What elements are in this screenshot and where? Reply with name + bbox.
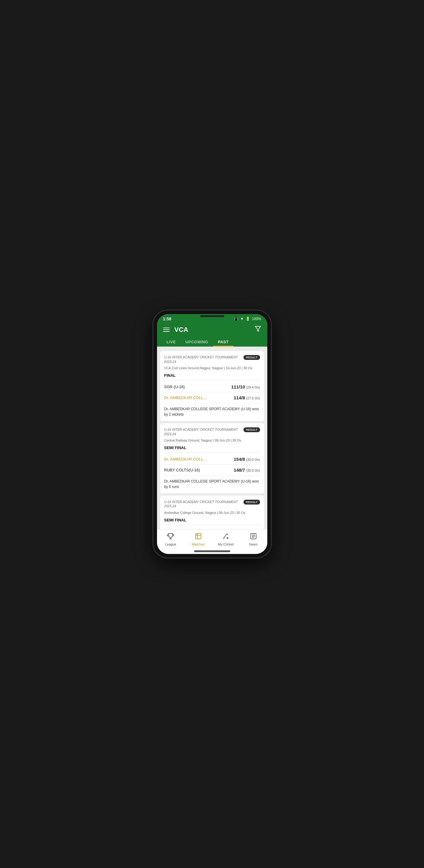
tab-live[interactable]: LIVE — [162, 337, 181, 347]
tab-past[interactable]: PAST — [213, 337, 234, 347]
tab-bar: LIVE UPCOMING PAST — [157, 337, 267, 347]
nav-league-label: League — [165, 542, 176, 546]
app-header: VCA — [157, 322, 267, 337]
team-row-1a: SGR (U-16) 111/10 (29.4 Ov) — [164, 383, 260, 391]
app-title: VCA — [175, 326, 188, 334]
home-indicator-bar — [157, 549, 267, 554]
vibrate-icon: 📳 — [234, 317, 238, 321]
match-list: U-16 INTER ACADEMY CRICKET TOURNAMENT 20… — [157, 347, 267, 529]
news-icon — [250, 532, 257, 541]
wifi-icon: ▼ — [240, 317, 244, 321]
tournament-name-2: U-16 INTER ACADEMY CRICKET TOURNAMENT 20… — [164, 427, 241, 436]
team-name-1a: SGR (U-16) — [164, 384, 185, 389]
svg-point-7 — [227, 537, 228, 538]
card-header-3: U-16 INTER ACADEMY CRICKET TOURNAMENT 20… — [164, 500, 260, 508]
menu-button[interactable] — [163, 328, 170, 332]
status-icons: 📳 ▼ 🔋 100% — [234, 317, 261, 321]
team-row-2a: Dr. AMBEDKAR COLL... 154/8 (30.0 Ov) — [164, 455, 260, 463]
nav-matches[interactable]: Matches — [184, 530, 212, 549]
phone-screen: 1:58 📳 ▼ 🔋 100% VCA — [157, 314, 267, 554]
team-score-1a: 111/10 (29.4 Ov) — [231, 384, 260, 390]
svg-marker-0 — [255, 327, 261, 332]
nav-news[interactable]: News — [240, 530, 267, 549]
match-card-2[interactable]: U-16 INTER ACADEMY CRICKET TOURNAMENT 20… — [160, 423, 264, 494]
home-indicator — [194, 550, 230, 552]
match-type-3: SEMI FINAL — [164, 518, 260, 525]
nav-mycricket-label: My Cricket — [218, 542, 234, 546]
matches-icon — [195, 532, 202, 541]
result-badge-2: RESULT — [243, 427, 260, 432]
filter-button[interactable] — [255, 326, 261, 334]
tab-upcoming[interactable]: UPCOMING — [181, 337, 213, 347]
venue-info-1: VCA Civil Lines Ground,Nagpur, Nagpur | … — [164, 366, 260, 371]
team-score-2a: 154/8 (30.0 Ov) — [234, 457, 260, 462]
battery-percent: 100% — [252, 317, 261, 321]
battery-icon: 🔋 — [246, 317, 250, 321]
nav-league[interactable]: League — [157, 530, 185, 549]
team-score-2b: 148/7 (30.0 Ov) — [234, 467, 260, 472]
result-text-1: Dr. AMBEDKAR COLLEGE SPORT ACADEMY (U-16… — [164, 406, 260, 417]
header-left: VCA — [163, 326, 188, 334]
match-type-1: FINAL — [164, 373, 260, 380]
venue-info-3: Ambedkar College Ground, Nagpur | 09-Jun… — [164, 510, 260, 516]
league-icon — [167, 532, 174, 541]
team-name-1b: Dr. AMBEDKAR COLL... — [164, 396, 207, 400]
team-name-2a: Dr. AMBEDKAR COLL... — [164, 457, 207, 461]
camera-notch — [200, 315, 224, 317]
match-type-2: SEMI FINAL — [164, 445, 260, 453]
venue-info-2: Central Railway Ground, Nagpur | 09-Jun-… — [164, 438, 260, 443]
match-card-3[interactable]: U-16 INTER ACADEMY CRICKET TOURNAMENT 20… — [160, 495, 264, 529]
match-card-1[interactable]: U-16 INTER ACADEMY CRICKET TOURNAMENT 20… — [160, 351, 264, 421]
svg-line-5 — [227, 534, 228, 535]
bottom-nav: League Matches — [157, 529, 267, 549]
nav-mycricket[interactable]: My Cricket — [212, 530, 240, 549]
mycricket-icon — [222, 532, 229, 541]
phone-frame: 1:58 📳 ▼ 🔋 100% VCA — [153, 310, 271, 558]
card-header-1: U-16 INTER ACADEMY CRICKET TOURNAMENT 20… — [164, 355, 260, 364]
result-text-2: Dr. AMBEDKAR COLLEGE SPORT ACADEMY (U-16… — [164, 478, 260, 490]
nav-news-label: News — [249, 542, 258, 546]
team-score-1b: 114/8 (27.5 Ov) — [234, 395, 260, 400]
status-time: 1:58 — [163, 316, 172, 321]
nav-matches-label: Matches — [192, 542, 205, 546]
team-row-1b: Dr. AMBEDKAR COLL... 114/8 (27.5 Ov) — [164, 394, 260, 402]
tournament-name-1: U-16 INTER ACADEMY CRICKET TOURNAMENT 20… — [164, 355, 241, 364]
team-name-2b: RUBY COLTS(U-16) — [164, 468, 200, 472]
tournament-name-3: U-16 INTER ACADEMY CRICKET TOURNAMENT 20… — [164, 500, 241, 508]
team-row-2b: RUBY COLTS(U-16) 148/7 (30.0 Ov) — [164, 466, 260, 474]
svg-rect-1 — [195, 533, 201, 539]
result-badge-1: RESULT — [243, 355, 260, 360]
card-header-2: U-16 INTER ACADEMY CRICKET TOURNAMENT 20… — [164, 427, 260, 436]
result-badge-3: RESULT — [243, 500, 260, 504]
